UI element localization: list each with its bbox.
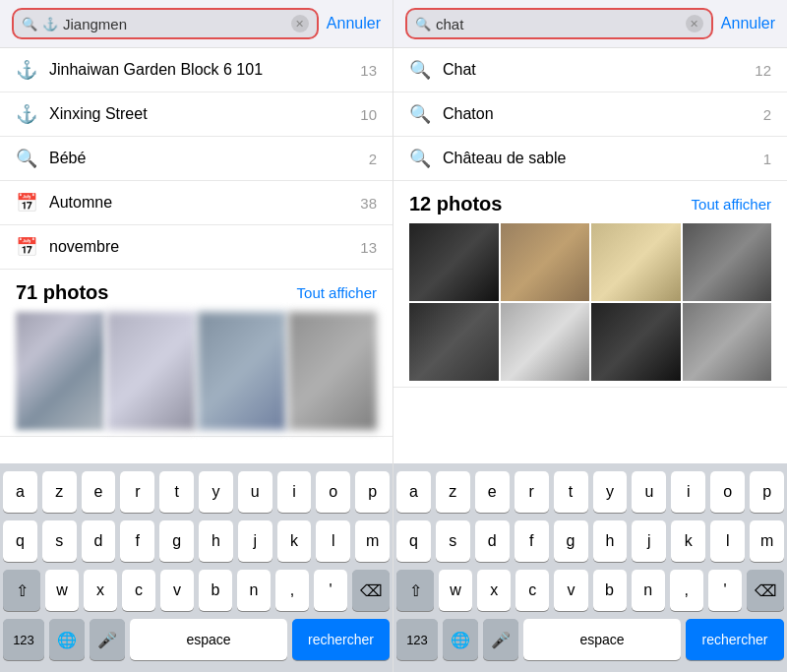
key-apos[interactable]: ' [708,570,742,611]
key-z[interactable]: z [436,471,470,513]
search-key[interactable]: rechercher [292,619,390,660]
key-o[interactable]: o [316,471,350,513]
key-c[interactable]: c [515,570,549,611]
globe-key[interactable]: 🌐 [443,619,478,660]
photo-thumb[interactable] [409,303,499,381]
key-d[interactable]: d [82,520,116,562]
globe-key[interactable]: 🌐 [49,619,85,660]
num-key[interactable]: 123 [3,619,44,660]
key-o[interactable]: o [710,471,745,513]
photo-thumb[interactable] [288,312,377,430]
list-item[interactable]: 🔍 Bébé 2 [0,137,393,181]
list-item[interactable]: 🔍 Chaton 2 [394,92,787,137]
key-l[interactable]: l [710,520,745,562]
photo-thumb[interactable] [683,303,772,381]
key-c[interactable]: c [122,570,155,611]
key-s[interactable]: s [436,520,470,562]
key-j[interactable]: j [632,520,666,562]
key-y[interactable]: y [199,471,233,513]
photo-thumb[interactable] [501,303,590,381]
right-search-value[interactable]: chat [436,16,681,32]
delete-key[interactable]: ⌫ [747,570,784,611]
photo-thumb[interactable] [198,312,286,430]
key-k[interactable]: k [671,520,705,562]
key-z[interactable]: z [42,471,77,513]
space-key[interactable]: espace [130,619,287,660]
key-f[interactable]: f [120,520,154,562]
key-t[interactable]: t [554,471,588,513]
key-p[interactable]: p [355,471,390,513]
key-k[interactable]: k [277,520,312,562]
key-n[interactable]: n [632,570,665,611]
key-comma[interactable]: , [275,570,309,611]
key-p[interactable]: p [750,471,784,513]
key-f[interactable]: f [515,520,549,562]
key-m[interactable]: m [355,520,390,562]
key-i[interactable]: i [277,471,312,513]
photo-thumb[interactable] [501,223,590,301]
mic-key[interactable]: 🎤 [483,619,518,660]
photo-thumb[interactable] [683,223,772,301]
key-r[interactable]: r [515,471,549,513]
left-tout-afficher[interactable]: Tout afficher [297,284,377,301]
right-tout-afficher[interactable]: Tout afficher [692,196,771,213]
key-d[interactable]: d [475,520,510,562]
key-x[interactable]: x [477,570,511,611]
key-w[interactable]: w [45,570,79,611]
key-e[interactable]: e [475,471,510,513]
key-s[interactable]: s [42,520,77,562]
key-m[interactable]: m [750,520,784,562]
right-clear-button[interactable]: ✕ [686,15,703,32]
key-q[interactable]: q [396,520,431,562]
list-item[interactable]: ⚓ Xinxing Street 10 [0,92,393,137]
key-l[interactable]: l [316,520,350,562]
key-g[interactable]: g [159,520,194,562]
key-b[interactable]: b [593,570,627,611]
list-item[interactable]: 🔍 Chat 12 [394,48,787,92]
key-q[interactable]: q [3,520,37,562]
key-u[interactable]: u [238,471,272,513]
key-comma[interactable]: , [670,570,703,611]
photo-thumb[interactable] [591,303,681,381]
space-key[interactable]: espace [523,619,681,660]
list-item[interactable]: 🔍 Château de sable 1 [394,137,787,181]
key-g[interactable]: g [554,520,588,562]
key-h[interactable]: h [593,520,628,562]
key-apos[interactable]: ' [314,570,347,611]
left-clear-button[interactable]: ✕ [291,15,309,32]
key-n[interactable]: n [237,570,271,611]
key-r[interactable]: r [120,471,154,513]
key-h[interactable]: h [199,520,233,562]
key-t[interactable]: t [159,471,194,513]
photo-thumb[interactable] [409,223,499,301]
key-e[interactable]: e [82,471,116,513]
list-item[interactable]: 📅 novembre 13 [0,225,393,270]
photo-thumb[interactable] [106,312,195,430]
photo-thumb[interactable] [591,223,681,301]
mic-key[interactable]: 🎤 [90,619,125,660]
key-x[interactable]: x [84,570,117,611]
num-key[interactable]: 123 [396,619,438,660]
key-i[interactable]: i [671,471,705,513]
key-b[interactable]: b [199,570,232,611]
photo-thumb[interactable] [16,312,104,430]
left-search-input-wrapper[interactable]: 🔍 ⚓ Jiangmen ✕ [12,8,319,39]
left-cancel-button[interactable]: Annuler [327,15,381,32]
list-item[interactable]: 📅 Automne 38 [0,181,393,225]
key-v[interactable]: v [160,570,194,611]
list-item[interactable]: ⚓ Jinhaiwan Garden Block 6 101 13 [0,48,393,92]
key-w[interactable]: w [439,570,472,611]
key-a[interactable]: a [396,471,431,513]
left-search-value[interactable]: Jiangmen [63,16,286,32]
key-y[interactable]: y [593,471,628,513]
right-cancel-button[interactable]: Annuler [721,15,775,32]
delete-key[interactable]: ⌫ [352,570,390,611]
shift-key[interactable]: ⇧ [396,570,434,611]
shift-key[interactable]: ⇧ [3,570,40,611]
right-search-input-wrapper[interactable]: 🔍 chat ✕ [405,8,713,39]
key-u[interactable]: u [632,471,666,513]
key-v[interactable]: v [554,570,587,611]
key-a[interactable]: a [3,471,37,513]
key-j[interactable]: j [238,520,272,562]
search-key[interactable]: rechercher [686,619,784,660]
